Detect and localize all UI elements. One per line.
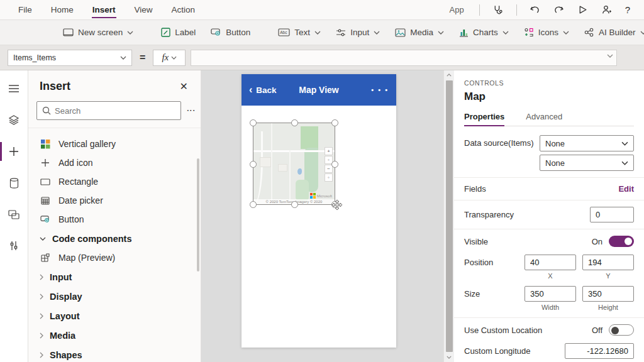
person-add-icon[interactable]: [601, 4, 613, 16]
insert-rail-button[interactable]: [0, 143, 28, 160]
input-dropdown[interactable]: Input: [328, 20, 387, 45]
chevron-down-icon: [171, 56, 177, 60]
section-shapes[interactable]: Shapes: [28, 345, 201, 362]
resize-handle-s[interactable]: [291, 201, 298, 208]
insert-item-add-icon[interactable]: Add icon: [28, 153, 201, 172]
size-height-input[interactable]: [582, 286, 634, 302]
properties-panel: CONTROLS Map Properties Advanced Data so…: [454, 70, 644, 362]
map-control[interactable]: + ◦ − ◦ Microsoft © 2020 TomTom, Imagery…: [253, 123, 335, 205]
rectangle-icon: [40, 178, 51, 185]
fx-dropdown[interactable]: fx: [153, 50, 186, 66]
more-icon[interactable]: ⋮: [186, 106, 196, 116]
menu-file[interactable]: File: [18, 3, 33, 17]
position-x-input[interactable]: [525, 255, 576, 270]
ai-builder-icon: [584, 28, 594, 37]
select-value: None: [545, 158, 565, 168]
charts-dropdown[interactable]: Charts: [452, 20, 516, 45]
search-box[interactable]: [36, 101, 181, 120]
properties-scrollbar[interactable]: [443, 70, 454, 362]
fields-edit-button[interactable]: Edit: [618, 184, 634, 194]
help-icon[interactable]: ?: [625, 4, 630, 15]
map-park: [296, 180, 309, 201]
scroll-up-icon[interactable]: [447, 70, 452, 80]
data-source-select-2[interactable]: None: [540, 155, 634, 171]
section-label: Layout: [50, 311, 80, 321]
undo-icon[interactable]: [530, 4, 541, 16]
transparency-input[interactable]: [590, 207, 634, 222]
ellipsis-icon[interactable]: • • •: [371, 86, 389, 94]
tools-icon[interactable]: [0, 238, 28, 254]
map-road: [253, 150, 335, 152]
resize-handle-w[interactable]: [250, 161, 257, 168]
section-layout[interactable]: Layout: [28, 306, 201, 326]
menu-action[interactable]: Action: [171, 3, 196, 17]
database-icon[interactable]: [0, 175, 28, 191]
resize-handle-e[interactable]: [331, 161, 338, 168]
custom-location-toggle[interactable]: [609, 324, 634, 336]
redo-icon[interactable]: [553, 4, 565, 16]
position-y-input[interactable]: [582, 255, 634, 270]
menu-home[interactable]: Home: [50, 3, 74, 17]
stethoscope-icon[interactable]: [492, 4, 504, 16]
insert-item-label: Add icon: [58, 158, 92, 168]
section-label: Media: [50, 331, 75, 341]
scroll-down-icon[interactable]: [447, 353, 452, 362]
menu-insert[interactable]: Insert: [92, 3, 116, 17]
section-label: Display: [50, 292, 82, 302]
chevron-right-icon: [40, 313, 43, 319]
text-dropdown[interactable]: Abc Text: [270, 20, 328, 45]
button-button[interactable]: Button: [203, 20, 258, 45]
custom-longitude-input[interactable]: [565, 343, 634, 359]
section-display[interactable]: Display: [28, 287, 201, 306]
svg-text:Abc: Abc: [280, 30, 288, 35]
formula-input[interactable]: [191, 50, 617, 66]
resize-handle-sw[interactable]: [250, 201, 257, 208]
layers-icon[interactable]: [0, 112, 28, 128]
insert-panel-scrollbar[interactable]: [197, 158, 199, 272]
chevron-left-icon: ‹: [249, 85, 252, 95]
chevron-down-icon: [607, 54, 613, 58]
screen-header: ‹ Back Map View • • •: [242, 74, 396, 106]
use-custom-location-label: Use Custom Location: [464, 326, 542, 335]
resize-handle-ne[interactable]: [331, 119, 338, 126]
size-width-input[interactable]: [525, 286, 576, 302]
data-source-select-1[interactable]: None: [540, 135, 634, 151]
map-compass-button[interactable]: ◦: [325, 173, 333, 182]
hamburger-icon[interactable]: [0, 80, 28, 97]
search-input[interactable]: [55, 106, 175, 116]
insert-item-date-picker[interactable]: Date picker: [28, 191, 201, 210]
app-screen[interactable]: ‹ Back Map View • • •: [242, 74, 396, 348]
media-dropdown[interactable]: Media: [387, 20, 452, 45]
play-icon[interactable]: [577, 4, 589, 16]
insert-item-rectangle[interactable]: Rectangle: [28, 172, 201, 191]
close-icon[interactable]: ✕: [176, 79, 192, 94]
section-input[interactable]: Input: [28, 267, 201, 287]
label-button[interactable]: Label: [153, 20, 203, 45]
resize-handle-n[interactable]: [291, 119, 298, 126]
microsoft-brand: Microsoft: [310, 193, 332, 199]
menu-view[interactable]: View: [134, 3, 153, 17]
new-screen-button[interactable]: New screen: [55, 20, 141, 45]
resize-handle-nw[interactable]: [250, 119, 257, 126]
visible-toggle[interactable]: [609, 236, 634, 247]
property-selector[interactable]: Items_Items: [8, 50, 132, 66]
map-zoom-in-button[interactable]: +: [325, 147, 333, 155]
map-road: [271, 123, 272, 204]
insert-item-map-preview[interactable]: Map (Preview): [28, 248, 201, 267]
section-media[interactable]: Media: [28, 326, 201, 345]
scrollbar-thumb[interactable]: [446, 80, 453, 352]
ai-builder-dropdown[interactable]: AI Builder: [577, 20, 644, 45]
panel-heading: CONTROLS: [464, 79, 634, 87]
map-park: [301, 126, 318, 149]
insert-item-vertical-gallery[interactable]: Vertical gallery: [28, 134, 201, 153]
icons-dropdown[interactable]: Icons: [516, 20, 577, 45]
screens-icon[interactable]: [0, 206, 28, 222]
tab-advanced[interactable]: Advanced: [526, 112, 562, 126]
section-label: Shapes: [50, 350, 82, 360]
insert-item-button[interactable]: Button: [28, 210, 201, 229]
tab-properties[interactable]: Properties: [464, 112, 504, 126]
section-code-components[interactable]: Code components: [28, 229, 201, 248]
back-button[interactable]: ‹ Back: [249, 85, 277, 95]
canvas[interactable]: ‹ Back Map View • • •: [201, 70, 443, 362]
gallery-icon: [40, 140, 51, 149]
